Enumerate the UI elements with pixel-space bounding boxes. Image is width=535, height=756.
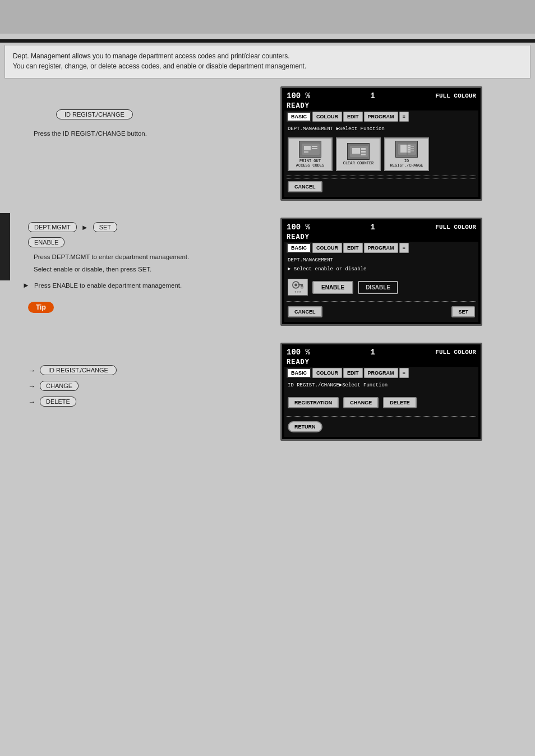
lcd2-tabs: BASIC COLOUR EDIT PROGRAM ≡ bbox=[284, 242, 478, 254]
lcd3-registration-btn[interactable]: REGISTRATION bbox=[288, 397, 339, 408]
black-sidebar-tab bbox=[0, 213, 10, 280]
lcd1-num: 1 bbox=[370, 91, 375, 100]
lcd3-tab-menu[interactable]: ≡ bbox=[399, 368, 409, 378]
lcd3-num: 1 bbox=[370, 348, 375, 357]
section3-box3: DELETE bbox=[40, 397, 76, 407]
svg-rect-14 bbox=[408, 148, 414, 149]
lcd2-percent: 100 % bbox=[287, 223, 310, 232]
section3-arrow3: → bbox=[28, 398, 35, 406]
svg-rect-13 bbox=[408, 146, 414, 147]
lcd2-divider bbox=[287, 301, 476, 302]
lcd3-tab-edit[interactable]: EDIT bbox=[343, 368, 363, 378]
lcd2-tab-colour[interactable]: COLOUR bbox=[312, 243, 342, 253]
lcd2-tab-menu[interactable]: ≡ bbox=[399, 243, 409, 253]
lcd2-tab-program[interactable]: PROGRAM bbox=[364, 243, 398, 253]
lcd2-key-stars: *** bbox=[294, 291, 302, 295]
lcd2-tab-basic[interactable]: BASIC bbox=[287, 243, 311, 253]
lcd1-breadcrumb: DEPT.MANAGEMENT ►Select Function bbox=[287, 125, 476, 133]
content-box: Dept. Management allows you to manage de… bbox=[4, 45, 531, 79]
svg-rect-9 bbox=[361, 154, 366, 155]
lcd1-printout-label: PRINT OUTACCESS CODES bbox=[296, 159, 324, 168]
lcd3-header: 100 % 1 FULL COLOUR bbox=[284, 347, 478, 358]
svg-rect-4 bbox=[304, 151, 308, 153]
content-box-text: Dept. Management allows you to manage de… bbox=[13, 51, 522, 71]
section2-instr1: Press DEPT.MGMT to enter department mana… bbox=[34, 252, 269, 262]
lcd3-tab-program[interactable]: PROGRAM bbox=[364, 368, 398, 378]
black-rule bbox=[0, 39, 535, 43]
section1-row: ID REGIST./CHANGE Press the ID REGIST./C… bbox=[11, 86, 524, 201]
lcd3-delete-btn[interactable]: DELETE bbox=[383, 397, 417, 408]
lcd3-tab-colour[interactable]: COLOUR bbox=[312, 368, 342, 378]
content-line1: Dept. Management allows you to manage de… bbox=[13, 52, 290, 60]
section2-arrow2: ► bbox=[22, 281, 30, 289]
svg-rect-15 bbox=[408, 150, 414, 151]
lcd2-num: 1 bbox=[370, 223, 375, 232]
lcd3-tab-basic[interactable]: BASIC bbox=[287, 368, 311, 378]
section2-arrow1: ► bbox=[81, 223, 89, 232]
lcd3-divider bbox=[287, 416, 476, 417]
section2-lcd-panel: 100 % 1 FULL COLOUR READY BASIC COLOUR E… bbox=[280, 218, 494, 326]
lcd1-action-row: CANCEL bbox=[287, 178, 476, 195]
svg-rect-1 bbox=[304, 146, 311, 150]
section3-lcd-panel: 100 % 1 FULL COLOUR READY BASIC COLOUR E… bbox=[280, 343, 494, 444]
tip-badge: Tip bbox=[28, 302, 54, 313]
lcd1-tab-program[interactable]: PROGRAM bbox=[364, 112, 398, 122]
section3-row: → ID REGIST./CHANGE → CHANGE → DELETE bbox=[11, 343, 524, 444]
lcd2-body: DEPT.MANAGEMENT ► Select enable or disab… bbox=[284, 254, 478, 322]
lcd1-cancel-btn[interactable]: CANCEL bbox=[288, 181, 322, 192]
lcd1-tab-menu[interactable]: ≡ bbox=[399, 112, 409, 122]
lcd1-header: 100 % 1 FULL COLOUR bbox=[284, 90, 478, 102]
lcd1-tab-colour[interactable]: COLOUR bbox=[312, 112, 342, 122]
section2-step1-box: DEPT.MGMT bbox=[28, 222, 77, 232]
lcd2-tab-edit[interactable]: EDIT bbox=[343, 243, 363, 253]
section3-box2: CHANGE bbox=[40, 381, 79, 391]
svg-rect-6 bbox=[352, 148, 360, 154]
lcd1-counter-label: CLEAR COUNTER bbox=[343, 161, 374, 165]
lcd2-header: 100 % 1 FULL COLOUR bbox=[284, 222, 478, 233]
lcd2-breadcrumb1: DEPT.MANAGEMENT bbox=[287, 256, 476, 264]
lcd2-mode: FULL COLOUR bbox=[435, 224, 476, 231]
lcd-screen-3: 100 % 1 FULL COLOUR READY BASIC COLOUR E… bbox=[280, 343, 482, 441]
lcd1-counter-icon bbox=[347, 143, 370, 160]
svg-point-20 bbox=[294, 284, 297, 287]
section2-step3-box: ENABLE bbox=[28, 237, 64, 247]
lcd2-ready: READY bbox=[284, 233, 478, 242]
lcd1-body: DEPT.MANAGEMENT ►Select Function bbox=[284, 123, 478, 197]
lcd1-mode: FULL COLOUR bbox=[435, 93, 476, 99]
lcd3-breadcrumb: ID REGIST./CHANGE►Select Function bbox=[287, 381, 476, 389]
lcd3-body: ID REGIST./CHANGE►Select Function REGIST… bbox=[284, 379, 478, 437]
lcd2-breadcrumb2: ► Select enable or disable bbox=[287, 265, 476, 273]
top-bar bbox=[0, 0, 535, 34]
lcd-screen-1: 100 % 1 FULL COLOUR READY BASIC COLOUR E… bbox=[280, 86, 482, 201]
lcd1-divider bbox=[287, 176, 476, 176]
page-wrapper: Dept. Management allows you to manage de… bbox=[0, 0, 535, 756]
lcd1-ready: READY bbox=[284, 102, 478, 110]
lcd2-key-icon: *** bbox=[288, 279, 308, 296]
lcd2-disable-btn[interactable]: DISABLE bbox=[358, 281, 398, 294]
lcd3-change-btn[interactable]: CHANGE bbox=[343, 397, 379, 408]
svg-rect-19 bbox=[301, 287, 303, 288]
lcd3-reg-row: REGISTRATION CHANGE DELETE bbox=[287, 391, 476, 414]
section3-arrow1: → bbox=[28, 366, 35, 375]
svg-rect-17 bbox=[298, 284, 303, 285]
lcd1-btn-clearcounter[interactable]: CLEAR COUNTER bbox=[336, 137, 381, 171]
lcd1-btn-printout[interactable]: PRINT OUTACCESS CODES bbox=[288, 137, 333, 171]
lcd1-tab-basic[interactable]: BASIC bbox=[287, 112, 311, 122]
svg-rect-8 bbox=[361, 151, 366, 153]
lcd2-set-btn[interactable]: SET bbox=[451, 306, 475, 317]
section2-instructions: DEPT.MGMT ► SET ENABLE Press DEPT.MGMT t… bbox=[11, 218, 280, 313]
lcd1-btn-idregist[interactable]: ID REGIST./CHANGE bbox=[384, 137, 429, 171]
lcd3-return-btn[interactable]: RETURN bbox=[288, 421, 322, 432]
lcd2-enable-btn[interactable]: ENABLE bbox=[312, 281, 353, 294]
lcd3-tabs: BASIC COLOUR EDIT PROGRAM ≡ bbox=[284, 367, 478, 379]
svg-rect-7 bbox=[361, 148, 366, 150]
svg-rect-2 bbox=[312, 146, 317, 147]
lcd1-tab-edit[interactable]: EDIT bbox=[343, 112, 363, 122]
section2-instr3: Press ENABLE to enable department manage… bbox=[34, 280, 182, 291]
lcd3-action-row: RETURN bbox=[287, 419, 476, 435]
lcd3-percent: 100 % bbox=[287, 348, 310, 357]
lcd2-cancel-btn[interactable]: CANCEL bbox=[288, 306, 322, 317]
lcd1-printout-icon bbox=[299, 141, 321, 158]
section3-instructions: → ID REGIST./CHANGE → CHANGE → DELETE bbox=[11, 343, 280, 407]
section3-arrow2: → bbox=[28, 382, 35, 390]
